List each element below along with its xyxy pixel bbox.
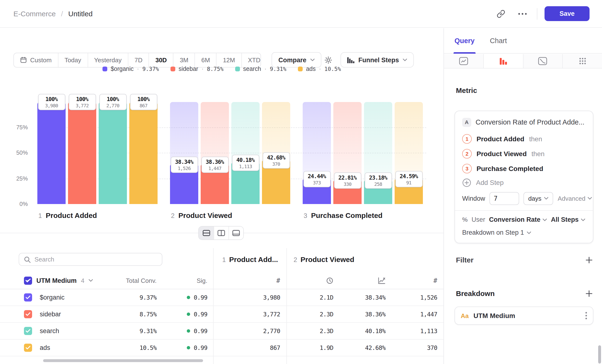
funnel-bar[interactable]: 38.36%1,447 [201, 102, 229, 204]
metric-title-row[interactable]: A Conversion Rate of Product Adde... [462, 117, 586, 127]
funnel-bar[interactable]: 100%867 [129, 102, 158, 204]
breakdown-item-menu-button[interactable] [585, 312, 587, 320]
funnel-bar[interactable]: 40.18%1,113 [231, 102, 259, 204]
funnel-bar[interactable]: 100%3,772 [68, 102, 96, 204]
count-metric-icon[interactable]: # [433, 277, 437, 284]
funnel-step-row-3[interactable]: 3 Purchase Completed [462, 161, 586, 176]
panel-scrollbar[interactable] [598, 345, 601, 364]
add-breakdown-button[interactable] [586, 290, 592, 297]
step-number-badge: 3 [462, 164, 472, 173]
significance-dot [187, 296, 190, 299]
table-row[interactable]: $organic9.37%0.993,9802.1D38.34%1,526 [0, 289, 443, 306]
breakdown-on-step-dropdown[interactable]: Breakdown on Step 1 [462, 228, 586, 237]
table-row[interactable]: ads10.5%0.998671.9D42.68%370 [0, 340, 443, 356]
plus-circle-icon [462, 178, 471, 187]
row-checkbox[interactable] [24, 344, 32, 352]
funnel-step-group: 100%3,980100%3,772100%2,770100%867 [37, 102, 158, 204]
chevron-down-icon [89, 279, 93, 282]
row-checkbox[interactable] [24, 327, 32, 335]
layout-bottom-panel-button[interactable] [228, 226, 243, 239]
string-type-icon: Aa [461, 312, 469, 319]
plus-icon [586, 257, 592, 263]
chart-type-insights-tab[interactable] [444, 54, 483, 68]
report-main: CustomTodayYesterday7D30D3M6M12MXTD Comp… [0, 28, 443, 364]
layout-split-horizontal-button[interactable] [199, 226, 214, 239]
tab-chart[interactable]: Chart [490, 28, 507, 53]
breadcrumb-report-title[interactable]: Untitled [68, 10, 93, 18]
bar-value-label: 100%3,772 [68, 94, 96, 110]
window-unit-label: days [528, 195, 541, 202]
table-row[interactable]: sidebar8.75%0.993,7722.3D38.36%1,447 [0, 306, 443, 323]
add-step-label: Add Step [476, 179, 504, 186]
split-rows-icon [202, 230, 210, 236]
bar-value-label: 100%867 [130, 94, 157, 110]
app-root: E-Commerce / Untitled Save CustomTodayYe… [0, 0, 602, 364]
select-all-checkbox[interactable] [24, 276, 32, 285]
chevron-down-icon [588, 197, 592, 200]
chart-type-grid-tab[interactable] [562, 54, 602, 68]
conversion-chart-metric-icon[interactable] [378, 277, 386, 284]
search-input[interactable] [34, 256, 157, 263]
save-button[interactable]: Save [545, 6, 590, 21]
count-metric-icon[interactable]: # [276, 277, 280, 284]
check-icon [25, 312, 31, 316]
insights-chart-icon [459, 57, 468, 65]
advanced-dropdown[interactable]: Advanced [558, 195, 592, 202]
grid-dots-icon [579, 57, 586, 65]
add-step-button[interactable]: Add Step [462, 176, 586, 189]
bottom-panel-icon [232, 230, 240, 236]
bar-value-label: 38.36%1,447 [201, 157, 228, 173]
measure-type-dropdown[interactable]: Conversion Rate [489, 216, 547, 223]
breakdown-table: 1 Product Add... 2 Product Viewed UTM Me… [0, 248, 443, 364]
more-options-button[interactable] [515, 6, 530, 21]
funnel-bar[interactable]: 24.59%91 [395, 102, 423, 204]
significance-dot [187, 329, 190, 333]
chart-type-funnel-tab[interactable] [483, 54, 523, 68]
funnel-bar[interactable]: 24.44%373 [303, 102, 331, 204]
step-event-name: Purchase Completed [476, 164, 543, 172]
funnel-bar[interactable]: 22.81%330 [333, 102, 362, 204]
chart-type-retention-tab[interactable] [523, 54, 562, 68]
step-number-badge: 1 [462, 134, 472, 143]
row-checkbox[interactable] [24, 293, 32, 301]
breadcrumb-separator: / [61, 10, 63, 18]
funnel-bar[interactable]: 100%3,980 [37, 102, 66, 204]
chevron-down-icon [544, 197, 548, 200]
measure-user-label[interactable]: User [472, 216, 485, 223]
chevron-down-icon [543, 218, 547, 221]
breadcrumb-project[interactable]: E-Commerce [13, 10, 56, 18]
sig-header[interactable]: Sig. [197, 277, 207, 284]
horizontal-scrollbar[interactable] [43, 359, 203, 362]
group-column-header[interactable]: UTM Medium 4 [24, 276, 93, 285]
breakdown-item-card[interactable]: Aa UTM Medium [454, 307, 593, 325]
window-value-input[interactable] [489, 192, 519, 205]
table-row[interactable]: search9.31%0.992,7702.3D40.18%1,113 [0, 323, 443, 340]
funnel-bar[interactable]: 100%2,770 [99, 102, 127, 204]
tab-query[interactable]: Query [454, 28, 475, 53]
row-checkbox[interactable] [24, 310, 32, 318]
funnel-bar[interactable]: 42.68%370 [262, 102, 290, 204]
group-count: 4 [81, 277, 84, 284]
avg-time-metric-icon[interactable] [326, 277, 333, 284]
measure-type-label: Conversion Rate [489, 216, 540, 223]
table-step1-header: 1 Product Add... [222, 255, 278, 263]
table-step2-header: 2 Product Viewed [294, 255, 355, 263]
row-significance: 0.99 [187, 294, 207, 301]
bar-value-label: 38.34%1,526 [171, 157, 198, 173]
share-link-button[interactable] [494, 6, 508, 21]
funnel-bar[interactable]: 38.34%1,526 [170, 102, 198, 204]
breakdown-heading: Breakdown [456, 289, 495, 297]
metric-badge: A [462, 118, 471, 127]
row-significance: 0.99 [187, 344, 207, 351]
window-unit-dropdown[interactable]: days [524, 192, 553, 205]
percent-icon: % [462, 216, 468, 223]
row-name: ads [40, 344, 50, 351]
layout-split-vertical-button[interactable] [214, 226, 228, 239]
add-filter-button[interactable] [586, 257, 592, 263]
funnel-bar[interactable]: 23.18%258 [364, 102, 392, 204]
filter-heading: Filter [456, 256, 473, 264]
funnel-step-row-1[interactable]: 1 Product Added then [462, 131, 586, 146]
total-conv-header[interactable]: Total Conv. [126, 277, 157, 284]
measure-scope-dropdown[interactable]: All Steps [551, 216, 585, 223]
funnel-step-row-2[interactable]: 2 Product Viewed then [462, 146, 586, 161]
